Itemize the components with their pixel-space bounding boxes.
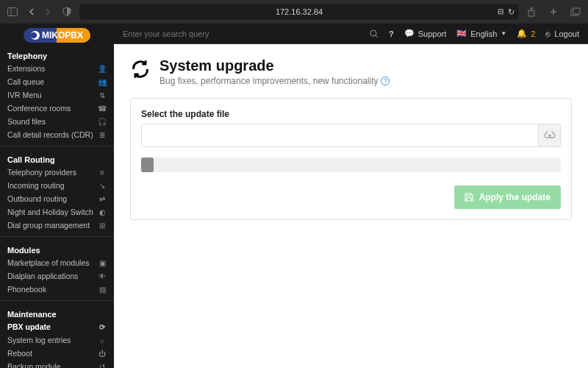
sidebar-item[interactable]: Phonebook▤ bbox=[0, 283, 114, 296]
sidebar-item-icon: 🎧 bbox=[98, 118, 107, 126]
svg-line-6 bbox=[376, 35, 378, 38]
sidebar-item[interactable]: Call detail records (CDR)≣ bbox=[0, 128, 114, 141]
sidebar-item-icon: ↘ bbox=[98, 182, 107, 190]
sidebar-item-icon: 👤 bbox=[98, 65, 107, 73]
sidebar-item-label: Reboot bbox=[7, 349, 32, 358]
apply-update-button[interactable]: Apply the update bbox=[454, 185, 561, 209]
crescent-icon bbox=[31, 31, 40, 40]
svg-point-5 bbox=[370, 30, 376, 36]
sidebar-item-label: Night and Holiday Switch bbox=[7, 208, 93, 216]
notifications-button[interactable]: 🔔 2 bbox=[517, 29, 535, 38]
sidebar-item[interactable]: Backup module↺ bbox=[0, 360, 114, 368]
sidebar-item[interactable]: Night and Holiday Switch◐ bbox=[0, 205, 114, 219]
search-icon[interactable] bbox=[370, 29, 379, 38]
forward-button[interactable] bbox=[41, 5, 54, 18]
sidebar-section-title: Maintenance bbox=[0, 305, 114, 320]
page-title: System upgrade bbox=[159, 57, 390, 74]
svg-rect-0 bbox=[8, 8, 18, 16]
new-tab-icon[interactable] bbox=[547, 5, 560, 18]
sidebar-item[interactable]: Incoming routing↘ bbox=[0, 179, 114, 192]
sidebar-item-icon: ☎ bbox=[98, 105, 107, 113]
sidebar-item-label: Dial group management bbox=[7, 221, 90, 230]
url-text: 172.16.32.84 bbox=[276, 7, 323, 16]
sidebar-item-icon: ≡ bbox=[98, 169, 107, 177]
topbar: ? 💬 Support 🇬🇧 English ▼ 🔔 2 ⎋ Logout bbox=[114, 24, 588, 44]
sidebar-item[interactable]: System log entries⌕ bbox=[0, 333, 114, 347]
back-button[interactable] bbox=[25, 5, 38, 18]
sidebar-section-title: Modules bbox=[0, 241, 114, 256]
save-icon bbox=[465, 193, 473, 202]
file-input[interactable] bbox=[141, 124, 539, 147]
flag-icon: 🇬🇧 bbox=[456, 29, 467, 38]
logout-icon: ⎋ bbox=[545, 29, 551, 38]
sidebar-item[interactable]: Extensions👤 bbox=[0, 62, 114, 75]
sidebar-section-title: Call Routing bbox=[0, 151, 114, 166]
url-bar[interactable]: 172.16.32.84 ⊟ ↻ bbox=[79, 4, 519, 20]
sidebar-item[interactable]: Conference rooms☎ bbox=[0, 102, 114, 115]
sidebar-item-label: Marketplace of modules bbox=[7, 258, 89, 267]
language-label: English bbox=[470, 29, 497, 38]
sidebar-item-label: Extensions bbox=[7, 64, 45, 73]
search-input[interactable] bbox=[123, 26, 370, 41]
upload-button[interactable] bbox=[539, 124, 561, 147]
sidebar-item[interactable]: Telephony providers≡ bbox=[0, 166, 114, 179]
shield-icon[interactable] bbox=[60, 5, 74, 18]
logout-label: Logout bbox=[554, 29, 579, 38]
sidebar-item-label: Dialplan applications bbox=[7, 272, 78, 280]
sidebar-item[interactable]: Dialplan applications👁 bbox=[0, 269, 114, 283]
support-button[interactable]: 💬 Support bbox=[404, 29, 447, 38]
sidebar-item[interactable]: Reboot⏻ bbox=[0, 347, 114, 360]
sidebar-item-label: Call queue bbox=[7, 77, 44, 86]
bell-icon: 🔔 bbox=[517, 29, 527, 38]
sidebar-toggle-icon[interactable] bbox=[6, 5, 19, 18]
sidebar-item-label: System log entries bbox=[7, 336, 71, 344]
sidebar-item-label: Call detail records (CDR) bbox=[7, 130, 93, 139]
sidebar-item-icon: 👁 bbox=[98, 272, 107, 280]
reload-icon[interactable]: ↻ bbox=[508, 7, 514, 17]
chat-icon: 💬 bbox=[404, 29, 415, 38]
sidebar-item-icon: 👥 bbox=[98, 78, 107, 86]
search-wrap bbox=[123, 26, 379, 41]
sidebar-item-label: Backup module bbox=[7, 362, 60, 368]
sidebar-item-icon: ↺ bbox=[98, 363, 107, 369]
sidebar-item-icon: ≣ bbox=[98, 131, 107, 139]
sidebar-section-title: Telephony bbox=[0, 47, 114, 62]
sidebar-item-icon: ⟳ bbox=[98, 323, 107, 331]
support-label: Support bbox=[418, 29, 447, 38]
sidebar-item-icon: ▣ bbox=[98, 259, 107, 267]
content: System upgrade Bug fixes, performance im… bbox=[114, 44, 588, 368]
sidebar-item[interactable]: Marketplace of modules▣ bbox=[0, 256, 114, 269]
logout-button[interactable]: ⎋ Logout bbox=[545, 29, 579, 38]
sidebar-item[interactable]: Outbound routing⇄ bbox=[0, 192, 114, 205]
sidebar-item-label: Sound files bbox=[7, 117, 46, 126]
sidebar-item-icon: ⇅ bbox=[98, 91, 107, 99]
sidebar-item-label: Incoming routing bbox=[7, 181, 65, 190]
progress-fill bbox=[141, 158, 154, 172]
sidebar-item-label: Outbound routing bbox=[7, 194, 67, 203]
sidebar-item[interactable]: Call queue👥 bbox=[0, 75, 114, 88]
cloud-upload-icon bbox=[544, 131, 556, 140]
sidebar-item-label: Phonebook bbox=[7, 285, 46, 294]
sidebar-item-icon: ◐ bbox=[98, 208, 107, 216]
help-icon[interactable]: ? bbox=[381, 77, 390, 85]
sidebar-item[interactable]: PBX update⟳ bbox=[0, 320, 114, 333]
sidebar-item-label: Telephony providers bbox=[7, 168, 76, 177]
logo[interactable]: MIKOPBX bbox=[24, 28, 90, 43]
page-subtitle: Bug fixes, performance improvements, new… bbox=[159, 76, 390, 86]
sidebar-item-label: IVR Menu bbox=[7, 91, 42, 99]
notification-count: 2 bbox=[531, 29, 535, 38]
language-selector[interactable]: 🇬🇧 English ▼ bbox=[456, 29, 506, 38]
apply-label: Apply the update bbox=[479, 192, 551, 202]
sidebar-item[interactable]: Sound files🎧 bbox=[0, 115, 114, 128]
sidebar-item[interactable]: IVR Menu⇅ bbox=[0, 88, 114, 102]
sidebar: MIKOPBX TelephonyExtensions👤Call queue👥I… bbox=[0, 24, 114, 368]
reader-icon[interactable]: ⊟ bbox=[498, 7, 503, 17]
file-field-label: Select the update file bbox=[141, 109, 561, 119]
tabs-icon[interactable] bbox=[569, 5, 582, 18]
browser-chrome: 172.16.32.84 ⊟ ↻ bbox=[0, 0, 588, 24]
sidebar-item[interactable]: Dial group management⊞ bbox=[0, 219, 114, 232]
share-icon[interactable] bbox=[525, 5, 538, 18]
help-button[interactable]: ? bbox=[389, 29, 394, 38]
logo-text: MIKOPBX bbox=[42, 30, 83, 40]
sidebar-item-label: PBX update bbox=[7, 322, 51, 331]
